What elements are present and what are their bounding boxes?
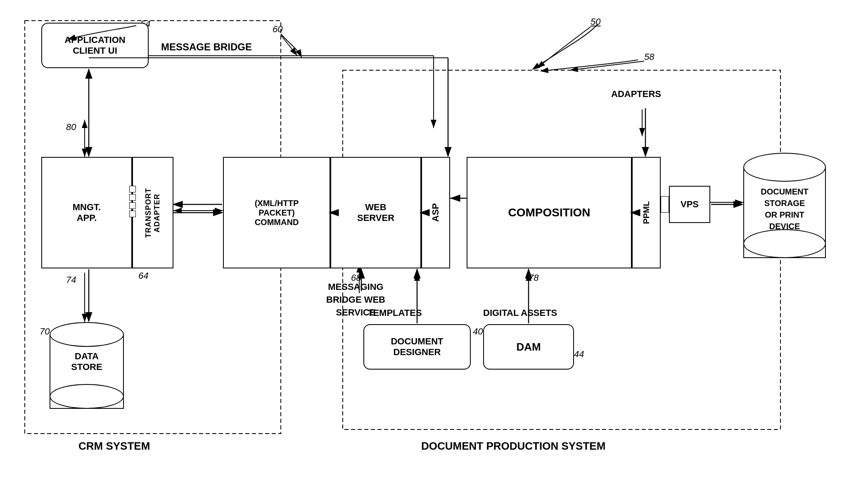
app-client-ui-box: APPLICATIONCLIENT UI <box>41 23 149 68</box>
ref-80: 80 <box>66 122 76 133</box>
ppml-vps-connector <box>661 196 669 213</box>
transport-adapter-box: TRANSPORTADAPTER <box>132 157 173 268</box>
templates-label: TEMPLATES <box>368 308 422 318</box>
document-production-label: DOCUMENT PRODUCTION SYSTEM <box>421 440 605 453</box>
ref-58: 58 <box>644 52 654 62</box>
ppml-box: PPML <box>632 157 661 268</box>
ref-64: 64 <box>138 270 148 281</box>
document-storage-cylinder: DOCUMENTSTORAGEOR PRINTDEVICE <box>743 153 826 268</box>
ref-60: 60 <box>273 24 282 35</box>
adapters-label: ADAPTERS <box>611 89 661 100</box>
data-store-label: DATASTORE <box>50 351 124 372</box>
document-storage-label: DOCUMENTSTORAGEOR PRINTDEVICE <box>743 186 826 232</box>
document-designer-box: DOCUMENTDESIGNER <box>363 324 471 370</box>
composition-box: COMPOSITION <box>467 157 632 268</box>
ref-40: 40 <box>473 326 483 337</box>
mngt-app-box: MNGT.APP. <box>41 157 132 268</box>
ref-70: 70 <box>40 326 50 337</box>
small-squares <box>129 186 136 217</box>
digital-assets-label: DIGITAL ASSETS <box>483 308 557 318</box>
asp-box: ASP <box>421 157 450 268</box>
dam-box: DAM <box>483 324 574 370</box>
diagram-container: 50 54 58 60 MESSAGE BRIDGE APPLICATIONCL… <box>0 0 868 498</box>
vps-box: VPS <box>669 186 710 223</box>
message-bridge-label: MESSAGE BRIDGE <box>161 41 252 53</box>
web-server-box: WEBSERVER <box>330 157 421 268</box>
ref-50: 50 <box>591 17 600 27</box>
crm-system-label: CRM SYSTEM <box>78 440 150 453</box>
ref-44: 44 <box>574 349 584 360</box>
xml-http-command-box: (XML/HTTPPACKET)COMMAND <box>223 157 330 268</box>
ref-74: 74 <box>66 275 76 285</box>
ref-78: 78 <box>529 273 538 283</box>
data-store-cylinder: DATASTORE <box>50 322 124 413</box>
